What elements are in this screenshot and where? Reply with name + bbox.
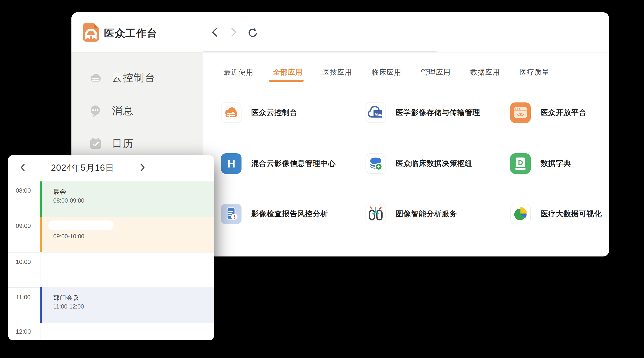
time-label: 11:00 [8,294,38,301]
tab-all-apps[interactable]: 全部应用 [273,67,303,77]
app-label: 医众云控制台 [251,108,297,118]
sidebar-item-label: 消息 [112,104,134,118]
tab-medtech-apps[interactable]: 医技应用 [322,67,352,77]
app-label: 医疗大数据可视化 [540,209,602,219]
app-imaging-storage[interactable]: Mos 医学影像存储与传输管理 [366,102,500,123]
calendar-panel: 2024年5月16日 08:00 09:00 10:00 11:00 12:00… [8,155,214,340]
d-letter-text: D [516,158,525,167]
active-tab-underline [269,80,304,82]
event-morning-meeting[interactable]: 晨会 08:00-09:00 [40,181,214,217]
event-title: 晨会 [53,187,66,196]
app-big-data-visualization[interactable]: 医疗大数据可视化 [510,204,609,224]
pie-chart-icon [510,204,531,224]
sidebar-item-calendar[interactable]: 日历 [72,132,203,155]
report-alert-icon [221,204,242,224]
app-open-platform[interactable]: </> 医众开放平台 [510,102,609,123]
app-data-dictionary[interactable]: D 数据字典 [510,153,609,174]
tabs-divider [208,82,602,82]
code-glyph-text: </> [514,112,527,118]
half-hour-line [40,270,214,270]
app-image-ai-analysis[interactable]: 图像智能分析服务 [366,204,500,224]
time-label: 08:00 [8,187,38,194]
app-report-risk-analysis[interactable]: 影像检查报告风控分析 [221,204,356,224]
app-cloud-console[interactable]: 医众云控制台 [221,102,356,123]
sidebar-item-label: 日历 [112,137,134,151]
app-label: 影像检查报告风控分析 [251,209,328,219]
nav-forward-button[interactable] [228,27,238,37]
blue-h-tile-icon: H [221,153,242,174]
calendar-next-button[interactable] [138,162,147,173]
nav-back-button[interactable] [210,27,220,37]
calendar-prev-button[interactable] [18,162,28,173]
event-time: 08:00-09:00 [53,197,84,204]
chat-bubble-icon [89,104,102,117]
window-header: 医众工作台 [72,12,609,52]
tab-management-apps[interactable]: 管理应用 [421,67,451,77]
tab-clinical-apps[interactable]: 临床应用 [372,67,401,77]
h-letter-text: H [221,153,242,174]
event-time: 11:00-12:00 [53,303,84,310]
lungs-icon [366,204,386,224]
calendar-header: 2024年5月16日 [8,155,214,179]
tab-medical-quality[interactable]: 医疗质量 [520,67,549,77]
orange-cloud-sliders-icon [221,102,242,123]
green-book-icon: D [510,153,531,174]
hour-line [8,323,214,323]
tab-recent[interactable]: 最近使用 [224,67,253,77]
app-logo-icon [83,23,99,42]
nav-refresh-button[interactable] [247,27,258,37]
hour-line [8,252,214,253]
app-clinical-data-hub[interactable]: 医众临床数据决策枢纽 [366,153,500,174]
cloud-settings-icon [89,71,102,84]
app-hybrid-cloud-imaging[interactable]: H 混合云影像信息管理中心 [221,153,356,174]
sidebar-item-messages[interactable]: 消息 [72,99,203,122]
time-label: 12:00 [8,328,38,335]
app-title: 医众工作台 [104,26,158,40]
code-window-icon: </> [510,102,531,123]
calendar-date-label: 2024年5月16日 [36,162,129,174]
tab-data-apps[interactable]: 数据应用 [470,67,500,77]
event-department-meeting[interactable]: 部门会议 11:00-12:00 [40,287,214,323]
event-redacted[interactable]: 09:00-10:00 [40,217,214,252]
mos-badge-text: Mos [374,111,383,118]
app-label: 医众开放平台 [540,108,586,118]
blue-cloud-badge-icon: Mos [366,102,386,123]
event-title: 部门会议 [53,293,79,302]
calendar-check-icon [89,137,102,150]
database-plus-icon [366,153,386,174]
app-label: 医学影像存储与传输管理 [396,108,480,118]
sidebar-item-label: 云控制台 [112,71,156,85]
time-label: 09:00 [8,222,38,229]
app-label: 医众临床数据决策枢纽 [396,159,472,169]
app-label: 图像智能分析服务 [396,209,457,219]
event-time: 09:00-10:00 [53,233,84,240]
calendar-day-grid: 08:00 09:00 10:00 11:00 12:00 晨会 08:00-0… [8,179,214,340]
app-label: 数据字典 [540,159,571,169]
sidebar-item-cloud-console[interactable]: 云控制台 [72,66,203,89]
event-title-redacted-pill [48,220,114,230]
app-label: 混合云影像信息管理中心 [251,159,336,169]
header-divider-segment [203,51,438,52]
time-label: 10:00 [8,258,38,266]
app-category-tabs: 最近使用 全部应用 医技应用 临床应用 管理应用 数据应用 医疗质量 [224,67,549,77]
